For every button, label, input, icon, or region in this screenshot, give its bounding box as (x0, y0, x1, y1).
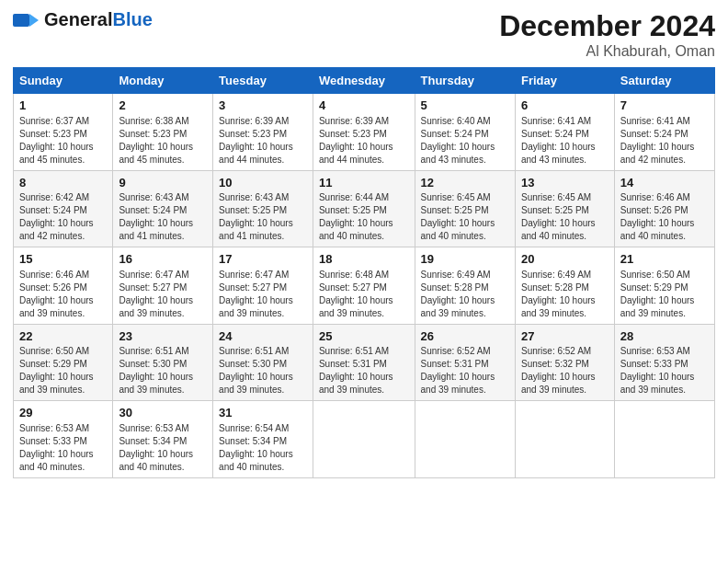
header: GeneralBlue December 2024 Al Khaburah, O… (13, 9, 715, 60)
day-detail: Sunrise: 6:37 AM Sunset: 5:23 PM Dayligh… (19, 115, 107, 167)
day-number: 29 (19, 405, 107, 421)
day-number: 20 (521, 251, 609, 268)
day-number: 17 (219, 251, 307, 268)
table-row: 13Sunrise: 6:45 AM Sunset: 5:25 PM Dayli… (515, 170, 614, 247)
day-detail: Sunrise: 6:43 AM Sunset: 5:25 PM Dayligh… (219, 191, 307, 243)
table-row: 10Sunrise: 6:43 AM Sunset: 5:25 PM Dayli… (213, 170, 313, 247)
calendar-body: 1Sunrise: 6:37 AM Sunset: 5:23 PM Daylig… (14, 94, 715, 478)
day-number: 25 (319, 328, 409, 345)
table-row: 12Sunrise: 6:45 AM Sunset: 5:25 PM Dayli… (415, 170, 515, 247)
location-title: Al Khaburah, Oman (499, 43, 715, 60)
day-detail: Sunrise: 6:39 AM Sunset: 5:23 PM Dayligh… (219, 115, 307, 167)
day-detail: Sunrise: 6:53 AM Sunset: 5:33 PM Dayligh… (620, 345, 709, 396)
calendar-week-row: 15Sunrise: 6:46 AM Sunset: 5:26 PM Dayli… (14, 247, 715, 325)
col-wednesday: Wednesday (313, 68, 415, 94)
day-detail: Sunrise: 6:48 AM Sunset: 5:27 PM Dayligh… (319, 269, 409, 320)
day-detail: Sunrise: 6:50 AM Sunset: 5:29 PM Dayligh… (19, 345, 107, 396)
day-number: 31 (219, 405, 307, 421)
svg-marker-1 (29, 14, 39, 27)
col-sunday: Sunday (14, 68, 113, 94)
calendar-week-row: 29Sunrise: 6:53 AM Sunset: 5:33 PM Dayli… (14, 401, 715, 478)
day-detail: Sunrise: 6:43 AM Sunset: 5:24 PM Dayligh… (119, 191, 207, 243)
table-row: 9Sunrise: 6:43 AM Sunset: 5:24 PM Daylig… (113, 170, 213, 247)
day-number: 23 (119, 328, 207, 345)
day-number: 3 (219, 98, 307, 114)
col-friday: Friday (515, 68, 614, 94)
day-number: 28 (620, 328, 709, 345)
table-row: 11Sunrise: 6:44 AM Sunset: 5:25 PM Dayli… (313, 170, 415, 247)
calendar-week-row: 1Sunrise: 6:37 AM Sunset: 5:23 PM Daylig… (14, 94, 715, 171)
day-detail: Sunrise: 6:44 AM Sunset: 5:25 PM Dayligh… (319, 191, 409, 243)
day-number: 2 (119, 98, 207, 114)
table-row: 20Sunrise: 6:49 AM Sunset: 5:28 PM Dayli… (515, 247, 614, 325)
table-row: 8Sunrise: 6:42 AM Sunset: 5:24 PM Daylig… (14, 170, 113, 247)
month-title: December 2024 (499, 9, 715, 43)
day-detail: Sunrise: 6:40 AM Sunset: 5:24 PM Dayligh… (421, 115, 509, 167)
table-row: 1Sunrise: 6:37 AM Sunset: 5:23 PM Daylig… (14, 94, 113, 171)
day-detail: Sunrise: 6:38 AM Sunset: 5:23 PM Dayligh… (119, 115, 207, 167)
logo-icon (13, 10, 40, 30)
day-number: 1 (19, 98, 107, 114)
day-number: 30 (119, 405, 207, 421)
table-row: 21Sunrise: 6:50 AM Sunset: 5:29 PM Dayli… (614, 247, 714, 325)
table-row (614, 401, 714, 478)
table-row: 7Sunrise: 6:41 AM Sunset: 5:24 PM Daylig… (614, 94, 714, 171)
day-detail: Sunrise: 6:50 AM Sunset: 5:29 PM Dayligh… (620, 269, 709, 320)
table-row: 24Sunrise: 6:51 AM Sunset: 5:30 PM Dayli… (213, 324, 313, 401)
day-number: 26 (421, 328, 509, 345)
day-number: 7 (620, 98, 709, 114)
day-number: 22 (19, 328, 107, 345)
table-row: 26Sunrise: 6:52 AM Sunset: 5:31 PM Dayli… (415, 324, 515, 401)
day-number: 4 (319, 98, 409, 114)
day-detail: Sunrise: 6:54 AM Sunset: 5:34 PM Dayligh… (219, 422, 307, 474)
table-row (415, 401, 515, 478)
title-section: December 2024 Al Khaburah, Oman (499, 9, 715, 60)
day-detail: Sunrise: 6:52 AM Sunset: 5:32 PM Dayligh… (521, 345, 609, 396)
calendar-week-row: 22Sunrise: 6:50 AM Sunset: 5:29 PM Dayli… (14, 324, 715, 401)
table-row: 4Sunrise: 6:39 AM Sunset: 5:23 PM Daylig… (313, 94, 415, 171)
day-detail: Sunrise: 6:52 AM Sunset: 5:31 PM Dayligh… (421, 345, 509, 396)
table-row: 2Sunrise: 6:38 AM Sunset: 5:23 PM Daylig… (113, 94, 213, 171)
day-detail: Sunrise: 6:51 AM Sunset: 5:31 PM Dayligh… (319, 345, 409, 396)
col-tuesday: Tuesday (213, 68, 313, 94)
day-number: 12 (421, 175, 509, 191)
table-row: 28Sunrise: 6:53 AM Sunset: 5:33 PM Dayli… (614, 324, 714, 401)
svg-rect-0 (13, 14, 29, 27)
table-row: 6Sunrise: 6:41 AM Sunset: 5:24 PM Daylig… (515, 94, 614, 171)
day-number: 10 (219, 175, 307, 191)
calendar-table: Sunday Monday Tuesday Wednesday Thursday… (13, 67, 715, 478)
day-number: 14 (620, 175, 709, 191)
day-detail: Sunrise: 6:49 AM Sunset: 5:28 PM Dayligh… (521, 269, 609, 320)
calendar-week-row: 8Sunrise: 6:42 AM Sunset: 5:24 PM Daylig… (14, 170, 715, 247)
day-detail: Sunrise: 6:47 AM Sunset: 5:27 PM Dayligh… (219, 269, 307, 320)
day-detail: Sunrise: 6:41 AM Sunset: 5:24 PM Dayligh… (521, 115, 609, 167)
day-number: 16 (119, 251, 207, 268)
day-detail: Sunrise: 6:53 AM Sunset: 5:33 PM Dayligh… (19, 422, 107, 474)
day-detail: Sunrise: 6:51 AM Sunset: 5:30 PM Dayligh… (219, 345, 307, 396)
table-row: 17Sunrise: 6:47 AM Sunset: 5:27 PM Dayli… (213, 247, 313, 325)
day-number: 13 (521, 175, 609, 191)
day-number: 19 (421, 251, 509, 268)
day-number: 6 (521, 98, 609, 114)
table-row: 27Sunrise: 6:52 AM Sunset: 5:32 PM Dayli… (515, 324, 614, 401)
table-row: 25Sunrise: 6:51 AM Sunset: 5:31 PM Dayli… (313, 324, 415, 401)
col-saturday: Saturday (614, 68, 714, 94)
table-row: 22Sunrise: 6:50 AM Sunset: 5:29 PM Dayli… (14, 324, 113, 401)
day-detail: Sunrise: 6:46 AM Sunset: 5:26 PM Dayligh… (19, 269, 107, 320)
table-row: 31Sunrise: 6:54 AM Sunset: 5:34 PM Dayli… (213, 401, 313, 478)
day-detail: Sunrise: 6:46 AM Sunset: 5:26 PM Dayligh… (620, 191, 709, 243)
day-detail: Sunrise: 6:41 AM Sunset: 5:24 PM Dayligh… (620, 115, 709, 167)
table-row: 16Sunrise: 6:47 AM Sunset: 5:27 PM Dayli… (113, 247, 213, 325)
day-detail: Sunrise: 6:39 AM Sunset: 5:23 PM Dayligh… (319, 115, 409, 167)
day-number: 18 (319, 251, 409, 268)
day-detail: Sunrise: 6:47 AM Sunset: 5:27 PM Dayligh… (119, 269, 207, 320)
table-row (515, 401, 614, 478)
day-number: 24 (219, 328, 307, 345)
table-row (313, 401, 415, 478)
day-number: 27 (521, 328, 609, 345)
day-number: 8 (19, 175, 107, 191)
day-number: 5 (421, 98, 509, 114)
table-row: 18Sunrise: 6:48 AM Sunset: 5:27 PM Dayli… (313, 247, 415, 325)
day-number: 11 (319, 175, 409, 191)
table-row: 30Sunrise: 6:53 AM Sunset: 5:34 PM Dayli… (113, 401, 213, 478)
